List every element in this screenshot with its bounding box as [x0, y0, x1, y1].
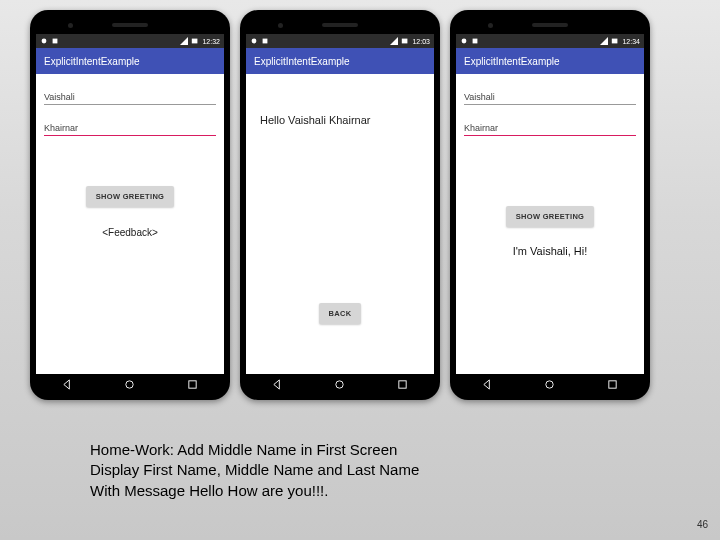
phone-3: 12:34 ExplicitIntentExample SHOW GREETIN… [450, 10, 650, 400]
app-title: ExplicitIntentExample [44, 56, 140, 67]
signal-icon [180, 37, 188, 45]
svg-rect-10 [402, 39, 408, 44]
notification-icon [51, 37, 59, 45]
camera-icon [278, 23, 283, 28]
content-area: SHOW GREETING I'm Vaishali, Hi! [456, 74, 644, 374]
lastname-input[interactable] [44, 115, 216, 136]
home-nav-icon[interactable] [333, 377, 347, 391]
home-nav-icon[interactable] [543, 377, 557, 391]
svg-rect-1 [53, 39, 58, 44]
notification-icon [261, 37, 269, 45]
homework-text: Home-Work: Add Middle Name in First Scre… [90, 440, 419, 501]
phone-bezel-top [456, 16, 644, 34]
signal-icon [390, 37, 398, 45]
phone-bezel-top [36, 16, 224, 34]
svg-point-19 [546, 380, 553, 387]
homework-line-2: Display First Name, Middle Name and Last… [90, 460, 419, 480]
back-button[interactable]: BACK [319, 303, 362, 324]
svg-rect-6 [189, 380, 196, 387]
svg-point-14 [462, 39, 467, 44]
feedback-label: <Feedback> [44, 227, 216, 238]
status-time: 12:34 [622, 38, 640, 45]
recents-nav-icon[interactable] [396, 377, 410, 391]
nav-bar [246, 374, 434, 394]
show-greeting-button[interactable]: SHOW GREETING [506, 206, 595, 227]
svg-point-7 [252, 39, 257, 44]
status-right: 12:03 [390, 37, 430, 45]
camera-icon [488, 23, 493, 28]
status-right: 12:34 [600, 37, 640, 45]
svg-rect-17 [612, 39, 618, 44]
battery-icon [611, 37, 619, 45]
content-area: SHOW GREETING <Feedback> [36, 74, 224, 374]
svg-rect-15 [473, 39, 478, 44]
debug-icon [250, 37, 258, 45]
phone-screen: 12:34 ExplicitIntentExample SHOW GREETIN… [456, 34, 644, 394]
app-bar: ExplicitIntentExample [246, 48, 434, 74]
show-greeting-button[interactable]: SHOW GREETING [86, 186, 175, 207]
status-time: 12:03 [412, 38, 430, 45]
page-number: 46 [697, 519, 708, 530]
status-left [250, 37, 269, 45]
phone-screen: 12:32 ExplicitIntentExample SHOW GREETIN… [36, 34, 224, 394]
firstname-input[interactable] [44, 84, 216, 105]
svg-marker-16 [600, 37, 608, 45]
spacer [44, 146, 216, 186]
phone-screen: 12:03 ExplicitIntentExample Hello Vaisha… [246, 34, 434, 394]
battery-icon [191, 37, 199, 45]
svg-point-5 [126, 380, 133, 387]
spacer [464, 146, 636, 206]
status-left [40, 37, 59, 45]
app-bar: ExplicitIntentExample [456, 48, 644, 74]
phone-bezel-top [246, 16, 434, 34]
phones-row: 12:32 ExplicitIntentExample SHOW GREETIN… [0, 0, 720, 400]
svg-marker-11 [274, 379, 280, 388]
back-nav-icon[interactable] [480, 377, 494, 391]
svg-point-0 [42, 39, 47, 44]
app-title: ExplicitIntentExample [464, 56, 560, 67]
svg-rect-20 [609, 380, 616, 387]
recents-nav-icon[interactable] [606, 377, 620, 391]
status-right: 12:32 [180, 37, 220, 45]
svg-rect-8 [263, 39, 268, 44]
debug-icon [40, 37, 48, 45]
speaker-icon [322, 23, 358, 27]
homework-line-3: With Message Hello How are you!!!. [90, 481, 419, 501]
lastname-wrapper [464, 115, 636, 146]
battery-icon [401, 37, 409, 45]
content-area: Hello Vaishali Khairnar BACK [246, 74, 434, 374]
status-bar: 12:32 [36, 34, 224, 48]
svg-rect-3 [192, 39, 198, 44]
svg-marker-4 [64, 379, 70, 388]
svg-marker-18 [484, 379, 490, 388]
svg-point-12 [336, 380, 343, 387]
notification-icon [471, 37, 479, 45]
home-nav-icon[interactable] [123, 377, 137, 391]
status-bar: 12:34 [456, 34, 644, 48]
signal-icon [600, 37, 608, 45]
app-bar: ExplicitIntentExample [36, 48, 224, 74]
status-bar: 12:03 [246, 34, 434, 48]
svg-marker-9 [390, 37, 398, 45]
speaker-icon [112, 23, 148, 27]
speaker-icon [532, 23, 568, 27]
recents-nav-icon[interactable] [186, 377, 200, 391]
spacer [254, 176, 426, 303]
status-left [460, 37, 479, 45]
lastname-input[interactable] [464, 115, 636, 136]
phone-1: 12:32 ExplicitIntentExample SHOW GREETIN… [30, 10, 230, 400]
back-nav-icon[interactable] [270, 377, 284, 391]
svg-marker-2 [180, 37, 188, 45]
nav-bar [456, 374, 644, 394]
result-text: I'm Vaishali, Hi! [464, 245, 636, 257]
camera-icon [68, 23, 73, 28]
app-title: ExplicitIntentExample [254, 56, 350, 67]
svg-rect-13 [399, 380, 406, 387]
back-nav-icon[interactable] [60, 377, 74, 391]
status-time: 12:32 [202, 38, 220, 45]
greeting-text: Hello Vaishali Khairnar [254, 114, 426, 126]
debug-icon [460, 37, 468, 45]
firstname-input[interactable] [464, 84, 636, 105]
nav-bar [36, 374, 224, 394]
phone-2: 12:03 ExplicitIntentExample Hello Vaisha… [240, 10, 440, 400]
